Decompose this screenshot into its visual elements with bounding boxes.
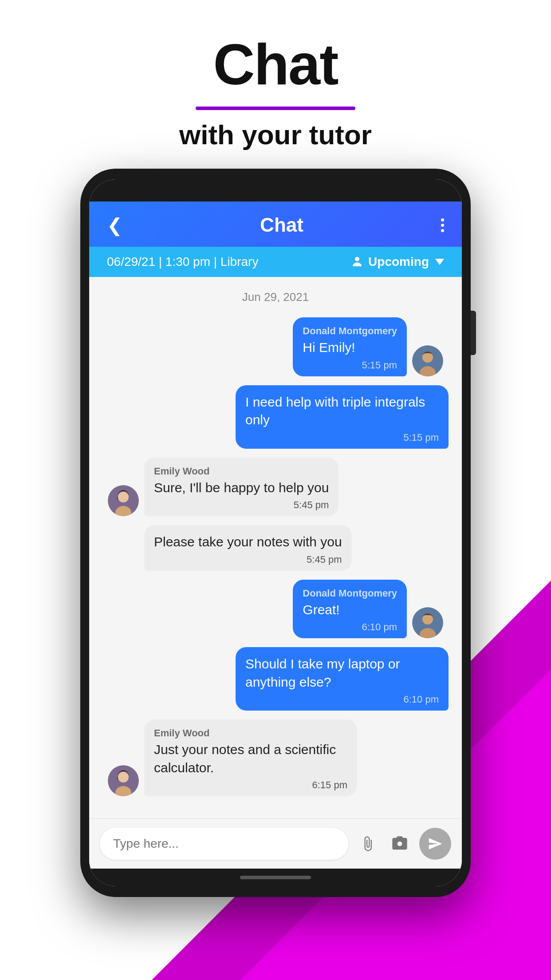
bubble-received-7: Emily Wood Just your notes and a scienti… (144, 719, 357, 796)
more-dot-2 (441, 224, 444, 227)
phone-wrapper: ❮ Chat 06/29/21 | 1:30 pm | Library Upco… (80, 169, 471, 897)
session-status[interactable]: Upcoming (350, 255, 444, 269)
bubble-time-3: 5:45 pm (154, 499, 329, 511)
bubble-time-7: 6:15 pm (154, 779, 347, 791)
bubble-time-6: 6:10 pm (245, 694, 439, 705)
bubble-text-6: Should I take my laptop or anything else… (245, 655, 439, 691)
bubble-text-2: I need help with triple integrals only (245, 393, 439, 429)
phone-notch-bar (89, 179, 462, 202)
bubble-time-2: 5:15 pm (245, 432, 439, 443)
phone-screen: ❮ Chat 06/29/21 | 1:30 pm | Library Upco… (89, 179, 462, 886)
bubble-sent-6: Should I take my laptop or anything else… (236, 647, 449, 711)
app-header: ❮ Chat (89, 202, 462, 247)
message-row-6: Should I take my laptop or anything else… (102, 647, 449, 711)
message-row-3: Emily Wood Sure, I'll be happy to help y… (102, 458, 449, 517)
camera-button[interactable] (387, 831, 412, 856)
chat-area: Jun 29, 2021 Donald Montgomery Hi Emily!… (89, 277, 462, 818)
purple-divider (196, 107, 355, 110)
avatar-emily-1 (108, 485, 139, 516)
svg-point-0 (355, 257, 359, 261)
phone-notch (231, 183, 320, 198)
session-info: 06/29/21 | 1:30 pm | Library (107, 255, 258, 269)
session-bar: 06/29/21 | 1:30 pm | Library Upcoming (89, 247, 462, 277)
avatar-icon-donald (412, 345, 443, 376)
message-row-1: Donald Montgomery Hi Emily! 5:15 pm (102, 317, 449, 376)
bubble-sender-5: Donald Montgomery (303, 588, 397, 599)
bubble-sender-7: Emily Wood (154, 727, 347, 739)
send-button[interactable] (419, 828, 451, 860)
page-subtitle: with your tutor (0, 119, 551, 150)
bubble-text-7: Just your notes and a scientific calcula… (154, 741, 347, 777)
attachment-icon (360, 836, 376, 852)
more-options-button[interactable] (441, 218, 444, 232)
bubble-text-5: Great! (303, 601, 397, 619)
bubble-received-3: Emily Wood Sure, I'll be happy to help y… (144, 458, 338, 517)
bubble-sent-5: Donald Montgomery Great! 6:10 pm (293, 580, 407, 639)
back-button[interactable]: ❮ (107, 214, 122, 236)
bubble-time-1: 5:15 pm (303, 360, 397, 371)
app-header-title: Chat (260, 214, 303, 236)
bubble-time-4: 5:45 pm (154, 554, 342, 565)
header-area: Chat with your tutor (0, 0, 551, 150)
avatar-icon-emily (108, 485, 139, 516)
avatar-donald-1 (412, 345, 443, 376)
dropdown-arrow-icon (435, 259, 444, 265)
message-row-5: Donald Montgomery Great! 6:10 pm (102, 580, 449, 639)
send-icon (428, 836, 443, 851)
bubble-text-3: Sure, I'll be happy to help you (154, 479, 329, 497)
message-row-4: Please take your notes with you 5:45 pm (102, 525, 449, 571)
avatar-icon-emily-2 (108, 765, 139, 796)
phone-frame: ❮ Chat 06/29/21 | 1:30 pm | Library Upco… (80, 169, 471, 897)
bubble-received-4: Please take your notes with you 5:45 pm (144, 525, 352, 571)
message-input[interactable] (100, 828, 348, 860)
input-bar (89, 818, 462, 869)
date-divider: Jun 29, 2021 (102, 290, 449, 304)
avatar-donald-5 (412, 607, 443, 638)
avatar-emily-7 (108, 765, 139, 796)
home-indicator (240, 876, 311, 879)
bubble-sent-2: I need help with triple integrals only 5… (236, 385, 449, 449)
page-title: Chat (0, 36, 551, 93)
bubble-text-4: Please take your notes with you (154, 533, 342, 551)
svg-point-5 (118, 492, 129, 502)
message-row-7: Emily Wood Just your notes and a scienti… (102, 719, 449, 796)
bubble-sender-1: Donald Montgomery (303, 325, 397, 337)
more-dot-1 (441, 218, 444, 221)
bubble-sent-1: Donald Montgomery Hi Emily! 5:15 pm (293, 317, 407, 376)
status-label: Upcoming (368, 255, 429, 269)
bubble-sender-3: Emily Wood (154, 466, 329, 477)
bubble-text-1: Hi Emily! (303, 339, 397, 357)
more-dot-3 (441, 229, 444, 232)
message-row-2: I need help with triple integrals only 5… (102, 385, 449, 449)
phone-bottom-bar (89, 869, 462, 886)
attachment-button[interactable] (355, 831, 380, 856)
svg-point-11 (118, 772, 129, 782)
avatar-icon-donald-2 (412, 607, 443, 638)
person-icon (350, 255, 364, 269)
camera-icon (391, 835, 409, 853)
bubble-time-5: 6:10 pm (303, 621, 397, 633)
